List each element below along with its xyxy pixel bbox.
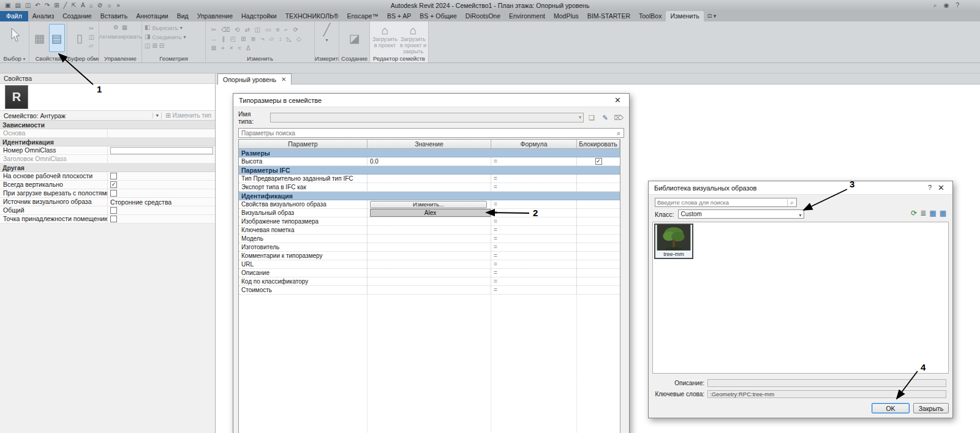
- property-group-header[interactable]: Идентификация: [0, 138, 215, 146]
- activate-dimensions-button[interactable]: Активизировать: [99, 33, 141, 40]
- property-checkbox[interactable]: [110, 190, 117, 197]
- parameter-lock-cell[interactable]: [577, 209, 620, 217]
- help-icon[interactable]: ?: [956, 2, 959, 9]
- modify-tool-icon[interactable]: ▭: [265, 26, 271, 34]
- save-icon[interactable]: ◫: [25, 2, 31, 9]
- ribbon-tab[interactable]: ModPlus: [549, 11, 583, 21]
- dimension-icon[interactable]: ⇱: [72, 2, 77, 9]
- panel-label-family-editor[interactable]: Редактор семейств: [370, 55, 428, 62]
- chevron-down-icon[interactable]: ▾: [325, 37, 328, 43]
- panel-label-select[interactable]: Выбор ▾: [0, 55, 29, 62]
- modify-tool-icon[interactable]: ↔: [211, 36, 217, 43]
- parameter-value-cell[interactable]: [368, 175, 491, 183]
- rpc-dialog-titlebar[interactable]: Библиотека визуальных образов ? ✕: [649, 181, 952, 195]
- search-icon[interactable]: ⌕: [614, 129, 624, 137]
- load-into-project-button[interactable]: ⌂ Загрузить в проект: [372, 24, 399, 49]
- parameter-formula-cell[interactable]: =: [491, 209, 577, 217]
- parameter-value-cell[interactable]: [368, 243, 491, 251]
- parameter-value-cell[interactable]: [368, 269, 491, 277]
- ribbon-tab[interactable]: Надстройки: [237, 11, 281, 21]
- geometry-tool-icon[interactable]: ⊟: [159, 42, 164, 50]
- parameter-formula-cell[interactable]: =: [491, 157, 577, 165]
- join-geometry-button[interactable]: ◨Соединить▾: [145, 33, 186, 40]
- close-icon[interactable]: ✕: [281, 77, 286, 83]
- parameter-search-input[interactable]: [239, 130, 614, 137]
- parameter-value-cell[interactable]: [368, 183, 491, 191]
- parameter-value-cell[interactable]: [368, 286, 491, 294]
- ribbon-tab[interactable]: BIM-STARTER: [583, 11, 635, 21]
- parameter-lock-cell[interactable]: [577, 235, 620, 243]
- property-value[interactable]: [108, 189, 215, 197]
- sun-icon[interactable]: ☼: [107, 2, 112, 9]
- load-into-project-close-button[interactable]: ⌂ Загрузить в проект и закрыть: [400, 24, 427, 55]
- parameter-value-cell[interactable]: 0.0: [368, 157, 491, 165]
- copy-icon[interactable]: ◫: [89, 34, 94, 41]
- parameter-value-cell[interactable]: [368, 235, 491, 243]
- redo-icon[interactable]: ↷: [45, 2, 50, 9]
- search-icon[interactable]: ⌕: [933, 2, 937, 9]
- ribbon-tab[interactable]: Анализ: [28, 11, 58, 21]
- parameter-formula-cell[interactable]: =: [491, 235, 577, 243]
- modify-cursor-icon[interactable]: [9, 28, 20, 43]
- paste-button[interactable]: ▯: [72, 24, 88, 52]
- modify-tool-icon[interactable]: ≡: [276, 26, 280, 34]
- panel-label-geometry[interactable]: Геометрия: [142, 55, 205, 62]
- parameter-formula-cell[interactable]: =: [491, 286, 577, 294]
- panel-label-create[interactable]: Создание: [339, 55, 369, 62]
- large-thumbnails-icon[interactable]: ▦: [940, 209, 946, 217]
- ribbon-tab[interactable]: Вставить: [96, 11, 132, 21]
- parameter-lock-cell[interactable]: [577, 260, 620, 268]
- parameter-formula-cell[interactable]: =: [491, 200, 577, 208]
- parameter-value-cell[interactable]: [368, 260, 491, 268]
- modify-tool-icon[interactable]: ◇: [296, 36, 301, 43]
- measure-icon[interactable]: ╱: [64, 2, 67, 9]
- edit-visual-appearance-button[interactable]: Изменить...: [370, 201, 487, 208]
- lock-checkbox[interactable]: [595, 158, 602, 165]
- modify-tool-icon[interactable]: ◺: [287, 36, 292, 43]
- modify-tool-icon[interactable]: ≈: [238, 45, 242, 52]
- modify-tool-icon[interactable]: ▱: [270, 36, 274, 43]
- parameter-lock-cell[interactable]: [577, 226, 620, 234]
- family-types-dialog-titlebar[interactable]: Типоразмеры в семействе ✕: [233, 94, 629, 107]
- parameter-lock-cell[interactable]: [577, 175, 620, 183]
- modify-tool-icon[interactable]: ✂: [211, 26, 216, 34]
- delete-type-icon[interactable]: ⌦: [613, 113, 624, 123]
- open-icon[interactable]: ▤: [15, 2, 20, 9]
- close-button[interactable]: Закрыть: [913, 403, 949, 413]
- modify-tool-icon[interactable]: ≣: [251, 36, 255, 43]
- edit-type-button[interactable]: ⊞Изменить тип: [161, 112, 215, 119]
- parameter-value-cell[interactable]: [368, 226, 491, 234]
- panel-label-manage[interactable]: Управление: [99, 55, 141, 62]
- parameter-value-cell[interactable]: [368, 277, 491, 285]
- modify-tool-icon[interactable]: ∥: [222, 36, 225, 43]
- parameter-lock-cell[interactable]: [577, 183, 620, 191]
- modify-tool-icon[interactable]: Δ: [246, 45, 251, 52]
- print-icon[interactable]: ⊞: [54, 2, 59, 9]
- 3d-view-icon[interactable]: ⌂: [89, 2, 93, 9]
- property-checkbox[interactable]: [110, 216, 117, 222]
- settings-icon[interactable]: ⚙: [113, 24, 119, 31]
- ok-button[interactable]: OK: [872, 403, 910, 413]
- family-selector[interactable]: Семейство: Антураж: [0, 112, 153, 119]
- list-view-icon[interactable]: ≣: [920, 209, 926, 217]
- modify-tool-icon[interactable]: ¬: [261, 36, 265, 43]
- modify-tool-icon[interactable]: ◫: [255, 26, 260, 34]
- rpc-search-input[interactable]: [655, 199, 787, 206]
- visual-appearance-value[interactable]: Alex: [370, 209, 491, 217]
- modify-tool-icon[interactable]: ↕: [279, 36, 282, 43]
- property-value[interactable]: [108, 215, 215, 223]
- parameter-formula-cell[interactable]: =: [491, 243, 577, 251]
- close-icon[interactable]: ✕: [612, 96, 624, 104]
- chevron-down-icon[interactable]: ▾: [153, 113, 161, 118]
- parameter-lock-cell[interactable]: [577, 217, 620, 225]
- search-icon[interactable]: ⌕: [787, 199, 796, 206]
- property-value[interactable]: [108, 146, 215, 154]
- modify-tool-icon[interactable]: ⊞: [241, 36, 246, 43]
- modify-tool-icon[interactable]: ⟲: [235, 26, 239, 34]
- panel-label-properties[interactable]: Свойства: [29, 55, 67, 62]
- ribbon-tab[interactable]: Изменить: [666, 11, 703, 21]
- modify-tool-icon[interactable]: ×: [230, 45, 233, 52]
- properties-palette-button[interactable]: ▦: [32, 24, 48, 52]
- property-checkbox[interactable]: [110, 173, 117, 179]
- ribbon-tab[interactable]: BS + AP: [383, 11, 415, 21]
